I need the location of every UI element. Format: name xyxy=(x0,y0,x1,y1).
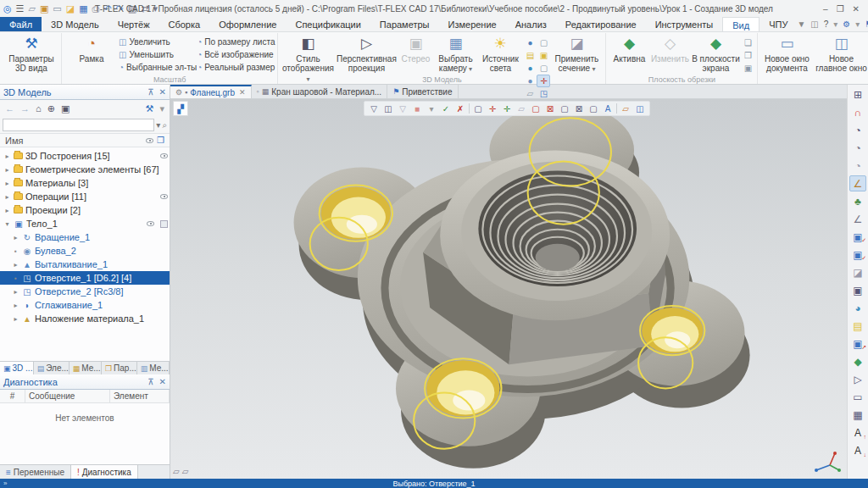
workplane-axes-icon[interactable]: ✛ xyxy=(487,104,498,114)
tree-search-input[interactable] xyxy=(3,119,154,131)
preview-button[interactable]: ▧ xyxy=(128,3,136,14)
panel-tab-3[interactable]: ❐Пар... xyxy=(102,362,137,374)
camera-icon[interactable]: ▦ xyxy=(849,407,866,423)
panel-tab-4[interactable]: ▥Ме... xyxy=(137,362,170,374)
menu-tab-инструменты[interactable]: Инструменты xyxy=(646,17,723,31)
measure-scene-icon[interactable]: ♣ xyxy=(849,193,866,209)
light-source-button[interactable]: ☀ Источник света xyxy=(477,34,523,73)
tree-expander[interactable]: ▸ xyxy=(3,193,11,201)
help-button[interactable]: ? xyxy=(824,19,829,29)
tree-expander[interactable]: ▾ xyxy=(3,220,11,228)
panel-tab-1[interactable]: ▤Эле... xyxy=(34,362,70,374)
menu-tab-чпу[interactable]: ЧПУ xyxy=(760,17,797,31)
scene-structure-button[interactable]: ▞ xyxy=(173,101,188,116)
menu-tab-вид[interactable]: Вид xyxy=(722,17,760,31)
gear-icon[interactable]: ⚙ xyxy=(175,88,182,97)
close-icon[interactable]: ✕ xyxy=(159,377,166,386)
status-chevron[interactable]: » xyxy=(3,480,7,487)
tree-item-10[interactable]: ▸◳Отверстие_2 [Rc3/8] xyxy=(0,285,170,298)
settings-gear-button[interactable]: ⚙ xyxy=(843,19,850,29)
app-menu-button[interactable]: ☰ xyxy=(16,3,25,14)
tree-item-9[interactable]: ▪◳Отверстие_1 [D6.2] [4] xyxy=(0,271,170,285)
material-sphere-icon[interactable]: ● xyxy=(523,62,537,75)
back-icon[interactable]: ← xyxy=(5,103,14,114)
doc-tab-Фланец[interactable]: ⚙▪Фланец.grb✕ xyxy=(170,85,252,98)
check-body-icon[interactable]: ▣✓ xyxy=(849,247,866,263)
swatch-dropdown[interactable]: ▾ xyxy=(426,104,437,114)
clip-copy-icon[interactable]: ❏ xyxy=(741,36,754,49)
quick-filter-icon[interactable]: ▼ xyxy=(797,19,805,29)
restore-button[interactable]: ❐ xyxy=(837,4,844,14)
perspective-projection-button[interactable]: ▷ Перспективная проекция xyxy=(335,34,398,73)
panel-tab-2[interactable]: ▦Ме... xyxy=(70,362,102,374)
tree-expander[interactable]: ▸ xyxy=(12,315,19,323)
tree-expander[interactable]: ▸ xyxy=(3,152,11,160)
stereo-button[interactable]: ▣ Стерео xyxy=(398,34,433,64)
menu-tab-анализ[interactable]: Анализ xyxy=(506,17,556,31)
close-icon[interactable]: ✕ xyxy=(159,87,166,97)
welcome-flag-button[interactable]: ⚑ xyxy=(865,19,868,29)
bounding-box-icon[interactable]: ▣ xyxy=(849,282,866,298)
visibility-eye-icon[interactable] xyxy=(147,221,154,226)
flange-3d-model[interactable] xyxy=(170,99,847,479)
scale-item-0[interactable]: ◫Увеличить xyxy=(119,36,197,48)
clip-screen-plane-button[interactable]: ◆ В плоскости экрана xyxy=(690,34,741,73)
new-assembly-button[interactable]: ▣ xyxy=(40,3,48,14)
material-sphere-icon[interactable]: ◕ xyxy=(849,300,866,316)
filter-clear-icon[interactable]: ▽ xyxy=(397,104,409,114)
new-document-button[interactable]: ▱ xyxy=(28,3,35,14)
tools-dropdown[interactable]: ▾ xyxy=(159,103,164,114)
zoom-window-icon[interactable]: ◔ xyxy=(849,140,866,156)
doc-tab-Приветствие[interactable]: ⚑Приветствие xyxy=(387,85,458,98)
filter-funnel-icon[interactable]: ▽ xyxy=(368,104,380,114)
dock-tab-переменные[interactable]: ≡Переменные xyxy=(0,465,71,479)
search-dropdown-icon[interactable]: ▾ xyxy=(156,120,160,130)
help-dropdown[interactable]: ▾ xyxy=(833,19,837,29)
render-sphere-icon[interactable]: ● xyxy=(523,36,537,49)
tree-item-0[interactable]: ▸3D Построения [15] xyxy=(0,149,170,163)
pin-icon[interactable]: ⊼ xyxy=(147,87,153,97)
layers-icon[interactable]: ▤ xyxy=(849,318,866,334)
tree-item-6[interactable]: ▸↻Вращение_1 xyxy=(0,230,170,244)
lcs-axes-icon[interactable]: ✛ xyxy=(501,104,513,114)
workplane-icon[interactable]: ▱ xyxy=(515,104,527,114)
page-3d-icon[interactable]: ▱ xyxy=(523,87,537,100)
tree-expander[interactable]: ▸ xyxy=(12,302,19,309)
menu-tab-файл[interactable]: Файл xyxy=(0,17,42,31)
viewport3-icon[interactable]: ▢ xyxy=(537,62,550,75)
dialog-button[interactable]: ▭ xyxy=(53,3,61,14)
threaded-hole[interactable] xyxy=(440,150,670,320)
print-button[interactable]: ⎙ xyxy=(92,3,100,14)
perspective-icon[interactable]: ▷ xyxy=(849,371,866,387)
scale-item-4[interactable]: ◔Всё изображение xyxy=(197,48,275,61)
new-doc-window-button[interactable]: ▭ Новое окно документа xyxy=(760,34,813,73)
menu-tab-оформление[interactable]: Оформление xyxy=(209,17,286,31)
find-window-icon[interactable]: ◫ xyxy=(810,19,818,29)
hide-wireframe-icon[interactable]: ▢ xyxy=(530,104,542,114)
menu-tab-редактирование[interactable]: Редактирование xyxy=(556,17,646,31)
home-icon[interactable]: ⌂ xyxy=(36,103,42,114)
zoom-dynamic-icon[interactable]: ◔ xyxy=(849,122,866,138)
clip-edit-button[interactable]: ◇ Изменить xyxy=(649,34,690,64)
tree-expander[interactable]: ▸ xyxy=(3,166,11,174)
tree-item-3[interactable]: ▸Операции [11] xyxy=(0,190,170,203)
redo-button[interactable]: ↷ xyxy=(116,3,124,14)
tree-item-2[interactable]: ▸Материалы [3] xyxy=(0,176,170,190)
doc-tab-close-icon[interactable]: ✕ xyxy=(239,88,246,97)
menu-tab-сборка[interactable]: Сборка xyxy=(159,17,210,31)
view-params-button[interactable]: ⚒ Параметры 3D вида xyxy=(4,34,58,73)
tree-expander[interactable]: ▸ xyxy=(3,180,11,187)
new-main-window-button[interactable]: ◫ Новое главное окно xyxy=(813,34,868,73)
tree-expander[interactable]: ▸ xyxy=(3,207,11,214)
show-cube-icon[interactable]: ▢ xyxy=(559,104,570,114)
clip-active-button[interactable]: ◆ Активна xyxy=(609,34,649,64)
links-button[interactable]: ⇄ xyxy=(141,3,148,14)
panel-tab-0[interactable]: ▣3D ... xyxy=(0,362,34,374)
locate-icon[interactable]: ⊕ xyxy=(47,103,55,114)
save-button[interactable]: ▦ xyxy=(79,3,87,14)
page-manager-icon[interactable]: ◫ xyxy=(634,104,646,114)
open-button[interactable]: ◪ xyxy=(66,3,75,14)
scale-item-5[interactable]: ◔Реальный размер xyxy=(197,61,275,74)
measure-curve-icon[interactable]: ∠ xyxy=(849,211,866,227)
scale-item-1[interactable]: ◫Уменьшить xyxy=(119,48,197,61)
